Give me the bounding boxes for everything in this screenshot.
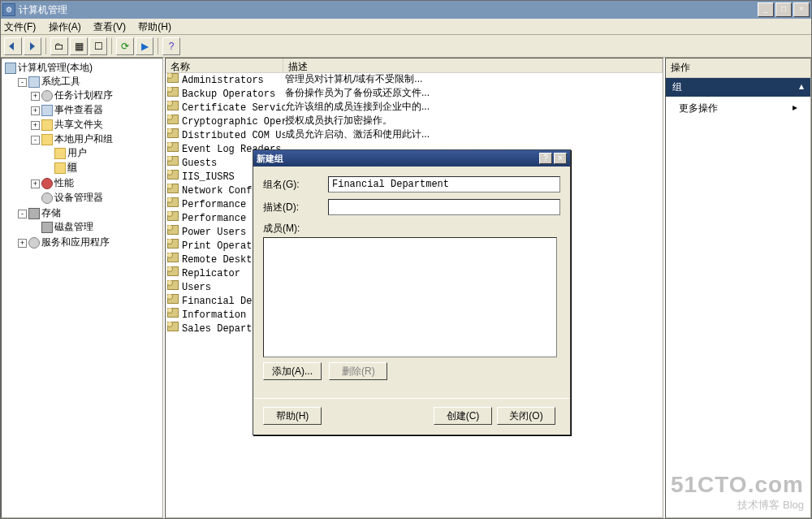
tree-storage[interactable]: 存储: [41, 207, 61, 218]
up-button[interactable]: 🗀: [50, 37, 68, 55]
forward-button[interactable]: [24, 37, 41, 55]
group-name-label: 组名(G):: [263, 178, 328, 192]
folder-icon: [54, 162, 66, 174]
group-icon: [167, 87, 179, 97]
properties-button[interactable]: ▦: [70, 37, 88, 55]
app-icon: ⚙: [2, 3, 15, 16]
group-icon: [167, 308, 179, 318]
folder-icon: [41, 119, 53, 131]
expand-icon[interactable]: -: [31, 136, 40, 145]
expand-icon[interactable]: +: [31, 179, 40, 188]
new-group-dialog: 新建组 ? × 组名(G): 描述(D): 成员(M): 添加(A)... 删除…: [253, 149, 571, 435]
expand-icon[interactable]: -: [18, 210, 27, 218]
dialog-title-bar[interactable]: 新建组 ? ×: [253, 150, 570, 167]
event-icon: [41, 105, 53, 116]
tree-users[interactable]: 用户: [67, 147, 87, 158]
description-label: 描述(D):: [263, 201, 328, 214]
maximize-button[interactable]: □: [775, 2, 792, 17]
col-name[interactable]: 名称: [166, 58, 283, 72]
tools-icon: [28, 76, 40, 88]
stop-button[interactable]: ▶: [136, 37, 153, 55]
group-icon: [167, 280, 179, 290]
group-icon: [167, 115, 179, 124]
tree-system-tools[interactable]: 系统工具: [41, 76, 80, 87]
col-desc[interactable]: 描述: [283, 58, 663, 72]
expand-icon[interactable]: +: [31, 92, 40, 101]
storage-icon: [28, 208, 40, 219]
menu-action[interactable]: 操作(A): [49, 21, 81, 32]
expand-icon[interactable]: +: [18, 239, 27, 248]
chevron-right-icon: ▸: [793, 102, 797, 115]
members-label: 成员(M):: [263, 222, 328, 236]
computer-icon: [5, 63, 16, 74]
menu-help[interactable]: 帮助(H): [138, 21, 171, 32]
users-icon: [41, 134, 53, 145]
group-icon: [167, 170, 179, 179]
clock-icon: [41, 90, 53, 102]
group-icon: [167, 73, 179, 83]
menu-bar: 文件(F) 操作(A) 查看(V) 帮助(H): [1, 19, 811, 35]
expand-icon[interactable]: +: [31, 106, 40, 115]
dialog-close-button[interactable]: ×: [554, 153, 567, 164]
list-row[interactable]: Cryptographic Oper...授权成员执行加密操作。: [166, 115, 663, 128]
group-icon: [167, 322, 179, 331]
group-icon: [167, 101, 179, 110]
list-row[interactable]: Administrators管理员对计算机/域有不受限制...: [166, 73, 663, 87]
group-icon: [167, 184, 179, 193]
remove-button[interactable]: 删除(R): [329, 362, 387, 380]
title-bar[interactable]: ⚙ 计算机管理 _ □ ×: [1, 1, 811, 19]
tree-event-viewer[interactable]: 事件查看器: [54, 104, 103, 115]
menu-view[interactable]: 查看(V): [93, 21, 126, 32]
help-button[interactable]: ?: [162, 37, 180, 55]
services-icon: [28, 237, 40, 249]
expand-icon[interactable]: -: [18, 78, 27, 87]
list-header: 名称 描述: [166, 58, 663, 73]
tree-pane[interactable]: 计算机管理(本地) -系统工具 +任务计划程序 +事件查看器 +共享文件夹 -本…: [1, 58, 163, 518]
refresh-button[interactable]: ⟳: [116, 37, 134, 55]
group-icon: [167, 225, 179, 235]
expand-icon[interactable]: +: [31, 121, 40, 130]
group-name-input[interactable]: [328, 176, 560, 192]
action-more[interactable]: 更多操作▸: [666, 97, 810, 120]
tree-device-manager[interactable]: 设备管理器: [54, 192, 103, 203]
group-icon: [167, 211, 179, 221]
dialog-help-button[interactable]: ?: [539, 153, 552, 164]
group-icon: [167, 266, 179, 276]
list-row[interactable]: Backup Operators备份操作员为了备份或还原文件...: [166, 87, 663, 101]
group-icon: [167, 294, 179, 304]
add-button[interactable]: 添加(A)...: [263, 362, 322, 380]
tree-services[interactable]: 服务和应用程序: [41, 236, 110, 248]
list-row[interactable]: Certificate Servic...允许该组的成员连接到企业中的...: [166, 101, 663, 115]
group-icon: [167, 128, 179, 138]
window-title: 计算机管理: [19, 3, 758, 17]
dialog-title: 新建组: [257, 153, 538, 165]
tree-groups[interactable]: 组: [67, 162, 77, 173]
action-group[interactable]: 组▴: [666, 78, 810, 97]
help-button[interactable]: 帮助(H): [263, 407, 322, 425]
minimize-button[interactable]: _: [758, 2, 774, 17]
menu-file[interactable]: 文件(F): [4, 21, 36, 32]
group-icon: [167, 156, 179, 166]
disk-icon: [41, 222, 53, 233]
tree-root[interactable]: 计算机管理(本地): [18, 62, 93, 73]
tree-performance[interactable]: 性能: [54, 177, 74, 188]
close-button[interactable]: ×: [793, 2, 810, 17]
action-header: 操作: [666, 58, 810, 78]
back-button[interactable]: [4, 37, 22, 55]
group-icon: [167, 142, 179, 152]
list-row[interactable]: Distributed COM Users成员允许启动、激活和使用此计...: [166, 128, 663, 142]
toolbar: 🗀 ▦ ☐ ⟳ ▶ ?: [1, 35, 811, 58]
close-dialog-button[interactable]: 关闭(O): [497, 407, 555, 425]
tree-task-scheduler[interactable]: 任务计划程序: [54, 89, 113, 101]
folder-icon: [54, 148, 66, 159]
members-list[interactable]: [263, 237, 557, 357]
tree-shared-folders[interactable]: 共享文件夹: [54, 119, 103, 130]
group-icon: [167, 253, 179, 262]
tree-disk-management[interactable]: 磁盘管理: [54, 221, 93, 232]
action-pane: 操作 组▴ 更多操作▸: [665, 58, 811, 518]
description-input[interactable]: [328, 199, 560, 215]
create-button[interactable]: 创建(C): [434, 407, 492, 425]
group-icon: [167, 239, 179, 249]
export-button[interactable]: ☐: [89, 37, 107, 55]
tree-local-users-groups[interactable]: 本地用户和组: [54, 133, 113, 145]
